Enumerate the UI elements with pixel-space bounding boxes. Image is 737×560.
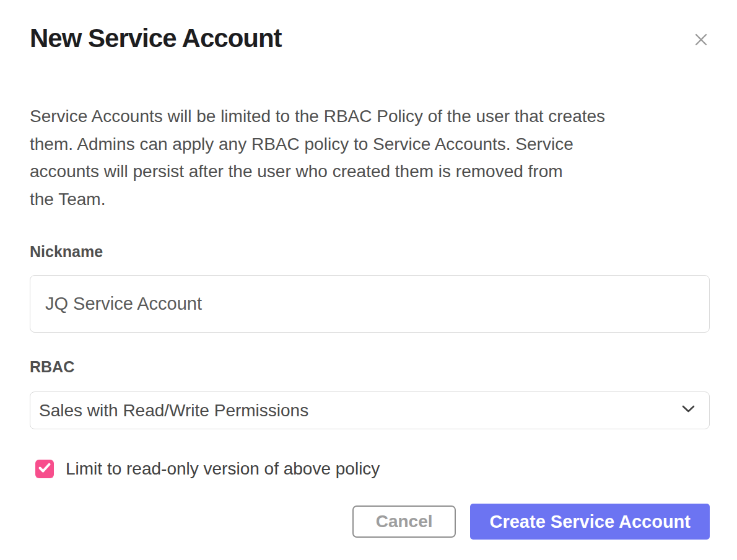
nickname-label: Nickname xyxy=(30,243,103,261)
rbac-select[interactable]: Sales with Read/Write Permissions xyxy=(30,392,710,429)
close-button[interactable] xyxy=(691,31,711,51)
new-service-account-modal: New Service Account Service Accounts wil… xyxy=(0,0,737,560)
cancel-button[interactable]: Cancel xyxy=(352,505,456,538)
modal-actions: Cancel Create Service Account xyxy=(30,504,710,540)
modal-description: Service Accounts will be limited to the … xyxy=(30,103,605,213)
modal-title: New Service Account xyxy=(30,24,282,53)
nickname-input[interactable] xyxy=(30,275,710,333)
description-line: them. Admins can apply any RBAC policy t… xyxy=(30,131,605,159)
description-line: Service Accounts will be limited to the … xyxy=(30,103,605,131)
description-line: accounts will persist after the user who… xyxy=(30,158,605,186)
close-icon xyxy=(691,30,711,52)
rbac-label: RBAC xyxy=(30,358,74,376)
check-icon xyxy=(35,458,54,479)
readonly-policy-checkbox-label: Limit to read-only version of above poli… xyxy=(66,459,380,479)
chevron-down-icon xyxy=(681,405,696,416)
description-line: the Team. xyxy=(30,186,605,214)
create-service-account-button[interactable]: Create Service Account xyxy=(470,504,710,540)
readonly-policy-checkbox-row[interactable]: Limit to read-only version of above poli… xyxy=(35,459,380,479)
readonly-policy-checkbox[interactable] xyxy=(35,460,54,478)
rbac-selected-option: Sales with Read/Write Permissions xyxy=(39,401,681,421)
